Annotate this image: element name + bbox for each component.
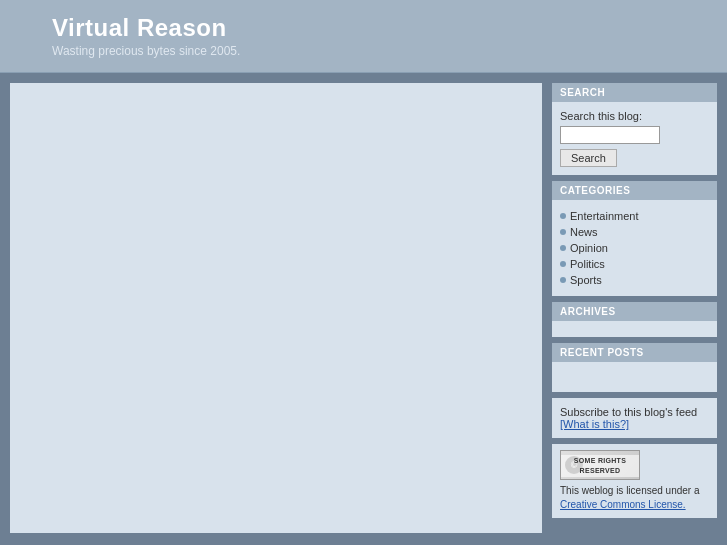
category-link[interactable]: News bbox=[570, 226, 598, 238]
page-layout: SEARCH Search this blog: Search CATEGORI… bbox=[0, 73, 727, 543]
search-label: Search this blog: bbox=[560, 110, 709, 122]
subscribe-link[interactable]: [What is this?] bbox=[560, 418, 629, 430]
cc-description: This weblog is licensed under a bbox=[560, 485, 700, 496]
list-item: News bbox=[560, 224, 709, 240]
bullet-icon bbox=[560, 277, 566, 283]
archives-section-header: ARCHIVES bbox=[552, 302, 717, 321]
categories-section-content: EntertainmentNewsOpinionPoliticsSports bbox=[552, 200, 717, 296]
sidebar: SEARCH Search this blog: Search CATEGORI… bbox=[552, 83, 717, 533]
cc-section-content: © SOME RIGHTS RESERVED This weblog is li… bbox=[552, 444, 717, 518]
recent-posts-content bbox=[552, 362, 717, 392]
search-input[interactable] bbox=[560, 126, 660, 144]
bullet-icon bbox=[560, 245, 566, 251]
category-link[interactable]: Sports bbox=[570, 274, 602, 286]
cc-badge-wrapper: © SOME RIGHTS RESERVED bbox=[560, 450, 709, 480]
subscribe-section: Subscribe to this blog's feed [What is t… bbox=[552, 398, 717, 438]
recent-posts-section: RECENT POSTS bbox=[552, 343, 717, 392]
list-item: Entertainment bbox=[560, 208, 709, 224]
archives-section: ARCHIVES bbox=[552, 302, 717, 337]
category-link[interactable]: Entertainment bbox=[570, 210, 638, 222]
subscribe-content: Subscribe to this blog's feed [What is t… bbox=[552, 398, 717, 438]
category-link[interactable]: Opinion bbox=[570, 242, 608, 254]
categories-section-header: CATEGORIES bbox=[552, 181, 717, 200]
cc-license-link[interactable]: Creative Commons License. bbox=[560, 499, 686, 510]
category-list: EntertainmentNewsOpinionPoliticsSports bbox=[560, 208, 709, 288]
search-section: SEARCH Search this blog: Search bbox=[552, 83, 717, 175]
category-link[interactable]: Politics bbox=[570, 258, 605, 270]
site-tagline: Wasting precious bytes since 2005. bbox=[52, 44, 707, 58]
search-section-content: Search this blog: Search bbox=[552, 102, 717, 175]
list-item: Politics bbox=[560, 256, 709, 272]
cc-badge-image: © SOME RIGHTS RESERVED bbox=[560, 450, 640, 480]
archives-content bbox=[552, 321, 717, 337]
main-content bbox=[10, 83, 542, 533]
bullet-icon bbox=[560, 229, 566, 235]
categories-section: CATEGORIES EntertainmentNewsOpinionPolit… bbox=[552, 181, 717, 296]
list-item: Sports bbox=[560, 272, 709, 288]
search-section-header: SEARCH bbox=[552, 83, 717, 102]
site-title: Virtual Reason bbox=[52, 14, 707, 42]
list-item: Opinion bbox=[560, 240, 709, 256]
search-button[interactable]: Search bbox=[560, 149, 617, 167]
recent-posts-section-header: RECENT POSTS bbox=[552, 343, 717, 362]
cc-license-section: © SOME RIGHTS RESERVED This weblog is li… bbox=[552, 444, 717, 518]
bullet-icon bbox=[560, 213, 566, 219]
bullet-icon bbox=[560, 261, 566, 267]
subscribe-text: Subscribe to this blog's feed bbox=[560, 406, 697, 418]
site-header: Virtual Reason Wasting precious bytes si… bbox=[0, 0, 727, 73]
cc-badge-text: SOME RIGHTS RESERVED bbox=[561, 455, 639, 477]
